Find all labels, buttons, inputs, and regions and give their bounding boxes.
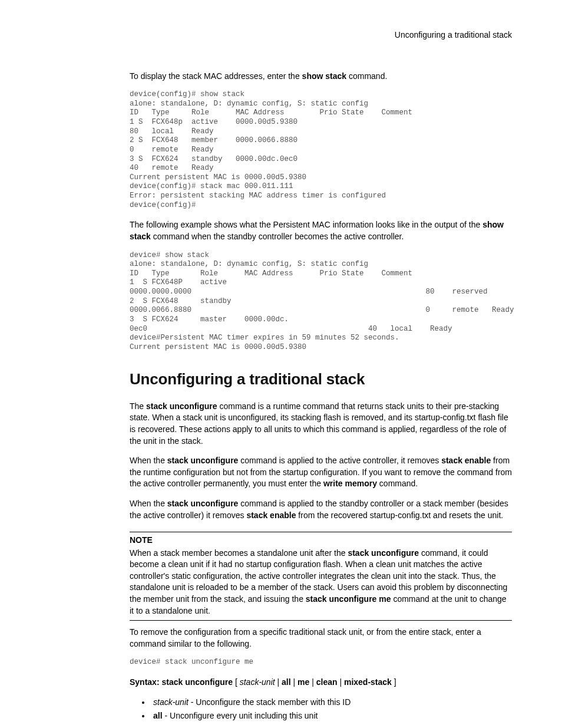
syntax-option: all bbox=[282, 677, 291, 687]
text: The bbox=[130, 401, 146, 411]
command-name: stack unconfigure me bbox=[306, 594, 391, 604]
header-title: Unconfiguring a traditional stack bbox=[395, 30, 512, 39]
syntax-option: me bbox=[297, 677, 309, 687]
code-block-1: device(config)# show stack alone: standa… bbox=[130, 90, 512, 210]
code-block-3: device# stack unconfigure me bbox=[130, 658, 512, 667]
paragraph-3: The stack unconfigure command is a runti… bbox=[130, 401, 512, 447]
text: [ bbox=[233, 677, 240, 687]
text: command is applied to the active control… bbox=[238, 456, 441, 465]
main-content: To display the stack MAC addresses, ente… bbox=[130, 71, 512, 722]
syntax-option: clean bbox=[316, 677, 338, 687]
options-list: stack-unit - Unconfigure the stack membe… bbox=[140, 697, 512, 722]
code-block-2: device# show stack alone: standalone, D:… bbox=[130, 251, 512, 353]
option-name: all bbox=[153, 711, 163, 720]
text: command. bbox=[377, 479, 418, 488]
text: | bbox=[338, 677, 344, 687]
mid-paragraph: The following example shows what the Per… bbox=[130, 219, 512, 242]
command-name: write memory bbox=[323, 479, 377, 488]
syntax-line: Syntax: stack unconfigure [ stack-unit |… bbox=[130, 677, 512, 689]
command-name: stack enable bbox=[441, 456, 491, 465]
text: | bbox=[275, 677, 282, 687]
text: from the recovered startup-config.txt an… bbox=[296, 510, 503, 520]
divider bbox=[130, 532, 512, 532]
divider bbox=[130, 620, 512, 621]
page-header: Unconfiguring a traditional stack bbox=[50, 29, 512, 41]
text: When the bbox=[130, 456, 167, 465]
text: | bbox=[291, 677, 297, 687]
section-heading: Unconfiguring a traditional stack bbox=[130, 368, 512, 390]
option-desc: - Unconfigure every unit including this … bbox=[163, 711, 318, 720]
note-body: When a stack member becomes a standalone… bbox=[130, 548, 512, 617]
text: To display the stack MAC addresses, ente… bbox=[130, 71, 302, 81]
text: When the bbox=[130, 499, 167, 508]
command-name: stack unconfigure bbox=[167, 499, 239, 508]
list-item: stack-unit - Unconfigure the stack membe… bbox=[151, 697, 512, 709]
command-name: stack unconfigure bbox=[167, 456, 239, 465]
command-name: stack enable bbox=[246, 510, 296, 520]
option-desc: - Unconfigure the stack member with this… bbox=[189, 697, 351, 707]
command-name: show stack bbox=[302, 71, 346, 81]
option-name: stack-unit bbox=[153, 697, 189, 707]
syntax-option: mixed-stack bbox=[344, 677, 392, 687]
intro-paragraph: To display the stack MAC addresses, ente… bbox=[130, 71, 512, 83]
text: command when the standby controller beco… bbox=[151, 232, 404, 241]
text: ] bbox=[392, 677, 396, 687]
paragraph-4: When the stack unconfigure command is ap… bbox=[130, 455, 512, 490]
command-name: stack unconfigure bbox=[146, 401, 217, 411]
note-label: NOTE bbox=[130, 535, 512, 546]
paragraph-5: When the stack unconfigure command is ap… bbox=[130, 498, 512, 521]
text: command. bbox=[346, 71, 387, 81]
text: The following example shows what the Per… bbox=[130, 220, 482, 229]
text: When a stack member becomes a standalone… bbox=[130, 548, 348, 558]
list-item: all - Unconfigure every unit including t… bbox=[151, 710, 512, 722]
command-name: stack unconfigure bbox=[348, 548, 419, 558]
text: | bbox=[309, 677, 316, 687]
syntax-param: stack-unit bbox=[240, 677, 275, 687]
syntax-label: Syntax: stack unconfigure bbox=[130, 677, 233, 687]
paragraph-6: To remove the configuration from a speci… bbox=[130, 627, 512, 650]
